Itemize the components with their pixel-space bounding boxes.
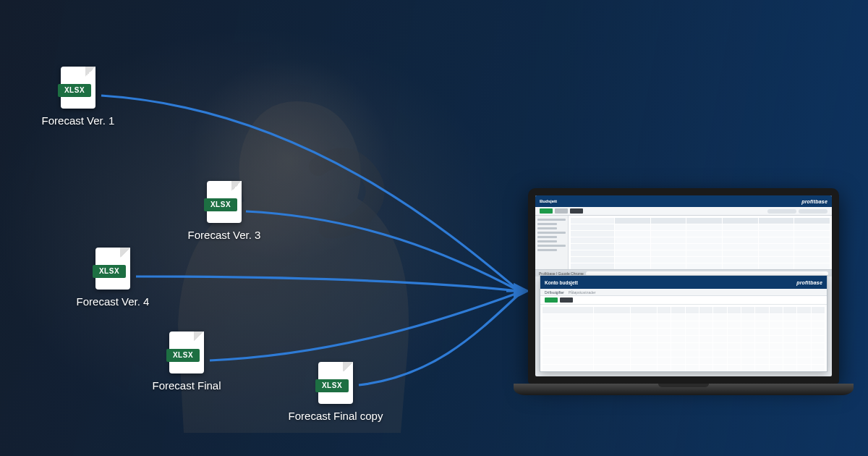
laptop: Budsjett profitbase xyxy=(528,188,839,395)
save-button[interactable] xyxy=(540,208,553,214)
tab-strip: Driftsutgifter Påløpskostnader xyxy=(540,289,827,296)
sidebar-item[interactable] xyxy=(537,223,557,225)
filter-pill[interactable] xyxy=(799,209,827,214)
sidebar-item[interactable] xyxy=(537,240,557,242)
app-toolbar-secondary xyxy=(540,296,827,305)
brand-logo: profitbase xyxy=(796,280,822,285)
file-label: Forecast Ver. 3 xyxy=(188,229,261,241)
data-grid-main[interactable] xyxy=(569,216,832,269)
brand-logo: profitbase xyxy=(801,199,827,204)
tab-accruals[interactable]: Påløpskostnader xyxy=(569,290,596,295)
sidebar-item[interactable] xyxy=(537,219,566,221)
xlsx-icon: XLSX xyxy=(318,362,353,404)
sidebar xyxy=(535,216,569,269)
frustrated-worker-illustration xyxy=(130,58,463,434)
tab-operating-costs[interactable]: Driftsutgifter xyxy=(545,290,564,295)
file-forecast-v3: XLSX Forecast Ver. 3 xyxy=(205,181,243,227)
xlsx-badge: XLSX xyxy=(166,349,200,362)
filter-pill[interactable] xyxy=(767,209,796,214)
laptop-bezel: Budsjett profitbase xyxy=(528,188,839,384)
file-label: Forecast Final copy xyxy=(289,410,383,422)
laptop-screen: Budsjett profitbase xyxy=(535,195,832,376)
app-toolbar-main xyxy=(535,207,832,216)
app-titlebar-secondary: Konto budsjett profitbase xyxy=(540,276,827,289)
file-forecast-v1: XLSX Forecast Ver. 1 xyxy=(59,67,97,113)
app-body-main xyxy=(535,216,832,269)
app-titlebar-main: Budsjett profitbase xyxy=(535,195,832,207)
xlsx-badge: XLSX xyxy=(58,84,91,97)
file-forecast-final-copy: XLSX Forecast Final copy xyxy=(317,362,354,408)
file-label: Forecast Final xyxy=(152,379,221,392)
sidebar-item[interactable] xyxy=(537,249,557,251)
file-forecast-final: XLSX Forecast Final xyxy=(168,332,205,378)
window-title: Konto budsjett xyxy=(545,280,578,285)
toolbar-button[interactable] xyxy=(570,208,583,214)
xlsx-icon: XLSX xyxy=(169,332,204,373)
file-forecast-v4: XLSX Forecast Ver. 4 xyxy=(94,248,132,294)
file-label: Forecast Ver. 4 xyxy=(77,295,150,308)
app-window-secondary: Konto budsjett profitbase Driftsutgifter… xyxy=(540,275,827,372)
xlsx-icon: XLSX xyxy=(61,67,95,109)
data-grid-secondary[interactable] xyxy=(540,305,827,371)
sidebar-item[interactable] xyxy=(537,232,566,234)
sidebar-item[interactable] xyxy=(537,227,557,229)
xlsx-icon: XLSX xyxy=(95,248,130,290)
save-button[interactable] xyxy=(545,297,558,303)
sidebar-item[interactable] xyxy=(537,236,557,238)
app-title: Budsjett xyxy=(540,199,557,203)
toolbar-button[interactable] xyxy=(555,208,568,214)
sidebar-item[interactable] xyxy=(537,245,566,247)
file-label: Forecast Ver. 1 xyxy=(42,114,115,127)
xlsx-badge: XLSX xyxy=(204,198,237,211)
xlsx-badge: XLSX xyxy=(315,379,349,392)
laptop-base xyxy=(514,384,854,395)
xlsx-icon: XLSX xyxy=(207,181,242,223)
toolbar-button[interactable] xyxy=(560,297,573,303)
xlsx-badge: XLSX xyxy=(93,265,126,278)
